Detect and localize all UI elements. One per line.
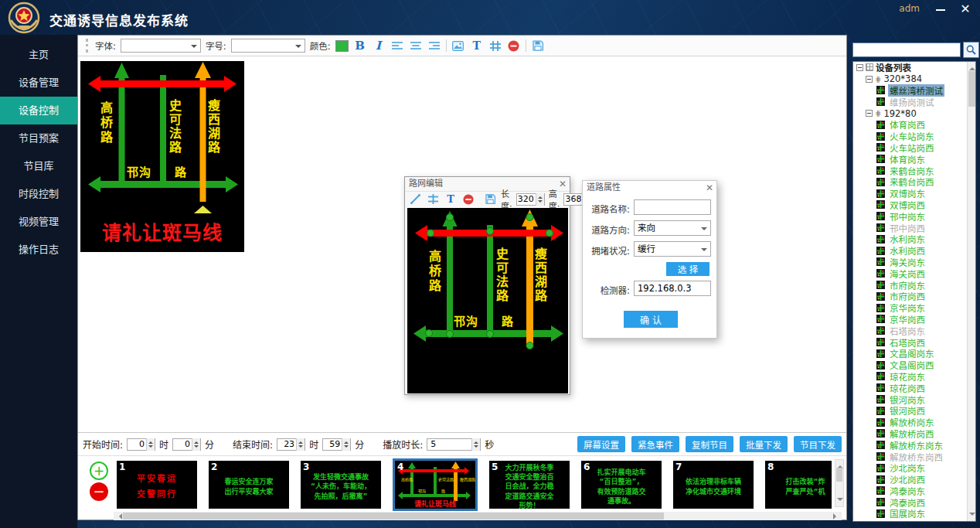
- spin-up-icon[interactable]: [472, 438, 480, 445]
- action-button-2[interactable]: 紧急事件: [631, 436, 679, 452]
- device-search-input[interactable]: [852, 43, 961, 57]
- device-item[interactable]: 国展岗西: [853, 519, 975, 522]
- device-item[interactable]: 来鹤台岗东: [853, 165, 975, 176]
- sidebar-item-6[interactable]: 时段控制: [0, 180, 77, 208]
- search-button[interactable]: [963, 42, 979, 58]
- spin-up-icon[interactable]: [192, 438, 200, 445]
- start-hour-input[interactable]: [128, 439, 146, 450]
- playlist-vertical-scrollbar[interactable]: [835, 459, 844, 507]
- spin-down-icon[interactable]: [147, 445, 155, 451]
- properties-dialog-titlebar[interactable]: 道路属性 ✕: [583, 181, 716, 195]
- device-item[interactable]: 琼花岗东: [853, 371, 975, 383]
- insert-text-button[interactable]: T: [470, 39, 484, 53]
- action-button-3[interactable]: 复制节目: [686, 436, 733, 452]
- sidebar-item-1[interactable]: 主页: [0, 41, 77, 69]
- road-cross-button[interactable]: [426, 192, 440, 206]
- color-swatch[interactable]: [335, 40, 349, 52]
- action-button-4[interactable]: 批量下发: [740, 436, 788, 452]
- end-hour-spinner[interactable]: [277, 438, 305, 451]
- device-item[interactable]: 文昌阁岗西: [853, 359, 975, 371]
- spin-down-icon[interactable]: [472, 445, 480, 451]
- device-item[interactable]: 鸿泰岗东: [853, 485, 975, 496]
- device-item[interactable]: 琼花岗西: [853, 382, 975, 393]
- delete-button[interactable]: [507, 39, 521, 53]
- start-hour-spinner[interactable]: [127, 438, 155, 451]
- property-select[interactable]: 缓行: [634, 241, 711, 257]
- device-item[interactable]: 石塔岗西: [853, 336, 975, 348]
- scroll-down-icon[interactable]: [969, 513, 975, 519]
- scroll-up-icon[interactable]: [969, 64, 975, 70]
- device-item[interactable]: 水利岗西: [853, 245, 975, 257]
- start-min-spinner[interactable]: [172, 438, 201, 451]
- device-item[interactable]: 京华岗西: [853, 314, 975, 325]
- device-item[interactable]: 解放桥岗东: [853, 417, 975, 428]
- sidebar-item-7[interactable]: 视频管理: [0, 208, 77, 236]
- font-family-select[interactable]: [121, 39, 201, 53]
- playlist-item-1[interactable]: 平安春运交警同行1: [117, 461, 197, 509]
- playlist-horizontal-scrollbar[interactable]: [114, 512, 842, 520]
- device-item[interactable]: 火车站岗东: [853, 131, 975, 142]
- property-input[interactable]: [634, 281, 711, 296]
- device-item[interactable]: 市府岗西: [853, 291, 975, 302]
- device-item[interactable]: 市府岗东: [853, 279, 975, 291]
- select-detector-button[interactable]: 选 择: [666, 262, 709, 276]
- close-button[interactable]: ✕: [957, 2, 974, 17]
- road-network-canvas[interactable]: 高桥路 史可法路 瘦西湖路 邗沟 路: [407, 208, 568, 393]
- sidebar-item-4[interactable]: 节目预案: [0, 124, 77, 152]
- device-item[interactable]: 邗中岗东: [853, 210, 975, 222]
- spin-down-icon[interactable]: [297, 445, 305, 451]
- end-min-input[interactable]: [323, 439, 342, 450]
- bold-button[interactable]: B: [353, 39, 367, 53]
- device-group-192*80[interactable]: ⋕192*80: [853, 107, 975, 119]
- spin-down-icon[interactable]: [342, 445, 350, 451]
- scrollbar-thumb[interactable]: [123, 513, 664, 519]
- device-item[interactable]: 海关岗西: [853, 267, 975, 279]
- save-button[interactable]: [531, 39, 545, 53]
- length-spinner[interactable]: [516, 193, 545, 206]
- spin-up-icon[interactable]: [297, 438, 305, 445]
- road-network-button[interactable]: [488, 39, 502, 53]
- device-item[interactable]: 来鹤台岗西: [853, 176, 975, 188]
- editor-dialog-titlebar[interactable]: 路网编辑 ✕: [405, 177, 570, 191]
- device-item[interactable]: 银河岗东: [853, 393, 975, 405]
- playlist-item-5[interactable]: 大力开展秋冬季交通安全整治百日会战，全力稳定道路交通安全形势！5: [489, 461, 570, 509]
- playlist-item-3[interactable]: 发生轻微交通事故“人未伤，车能动，先拍照，后撤离”3: [301, 461, 381, 509]
- spin-up-icon[interactable]: [147, 438, 155, 445]
- height-input[interactable]: [564, 194, 583, 205]
- device-item[interactable]: 水利岗东: [853, 233, 975, 245]
- align-center-button[interactable]: [409, 39, 423, 53]
- playlist-item-6[interactable]: 扎实开展电动车“百日整治”，有效预防道路交通事故。6: [581, 461, 662, 509]
- device-item[interactable]: 国展岗东: [853, 508, 975, 519]
- minimize-button[interactable]: [932, 2, 949, 17]
- playlist-item-7[interactable]: 依法治理非标车辆净化城市交通环境7: [673, 461, 754, 509]
- scroll-left-icon[interactable]: [116, 513, 122, 519]
- device-item[interactable]: 火车站岗西: [853, 142, 975, 154]
- font-size-select[interactable]: [231, 39, 305, 53]
- sidebar-item-3[interactable]: 设备控制: [0, 97, 77, 124]
- spin-down-icon[interactable]: [536, 199, 544, 206]
- delete-button[interactable]: [461, 192, 475, 206]
- playlist-item-8[interactable]: 打击改装“炸严查严处“机8: [765, 461, 832, 509]
- close-icon[interactable]: ✕: [706, 181, 713, 195]
- device-item[interactable]: 双博岗西: [853, 199, 975, 211]
- device-item[interactable]: 银河岗西: [853, 405, 975, 417]
- insert-text-button[interactable]: T: [444, 192, 458, 206]
- device-item[interactable]: 鸿泰岗西: [853, 496, 975, 508]
- edit-canvas[interactable]: 高桥路 史可法路 瘦西湖路 邗沟 路 请礼让斑马线 路网编辑 ✕: [78, 56, 846, 432]
- scroll-down-icon[interactable]: [837, 498, 843, 504]
- length-input[interactable]: [517, 194, 536, 205]
- sidebar-item-2[interactable]: 设备管理: [0, 69, 77, 97]
- device-item[interactable]: 螺丝湾桥测试: [853, 85, 975, 97]
- draw-line-button[interactable]: [408, 192, 422, 206]
- sidebar-item-5[interactable]: 节目库: [0, 152, 77, 180]
- add-program-button[interactable]: +: [90, 462, 108, 480]
- insert-image-button[interactable]: [451, 39, 465, 53]
- device-item[interactable]: 文昌阁岗东: [853, 348, 975, 359]
- device-item[interactable]: 解放桥东岗西: [853, 451, 975, 462]
- align-left-button[interactable]: [390, 39, 404, 53]
- user-name[interactable]: adm: [899, 3, 920, 14]
- device-item[interactable]: 双博岗东: [853, 188, 975, 199]
- device-item[interactable]: 海关岗东: [853, 257, 975, 268]
- end-min-spinner[interactable]: [322, 438, 351, 451]
- action-button-1[interactable]: 屏幕设置: [577, 436, 625, 452]
